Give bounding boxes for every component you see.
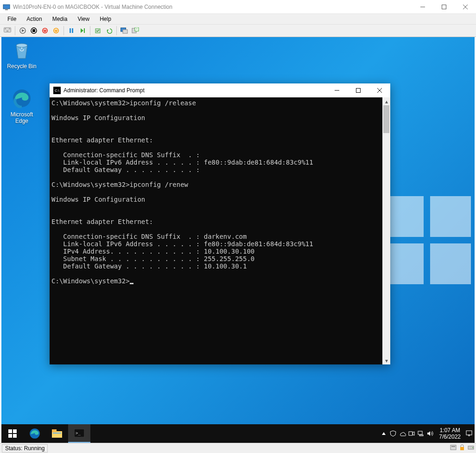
toolbar-separator bbox=[90, 26, 90, 35]
svg-rect-34 bbox=[356, 89, 361, 93]
ctrl-alt-del-button[interactable] bbox=[3, 26, 12, 35]
host-titlebar: Win10ProN-EN-0 on MAGICBOOK - Virtual Ma… bbox=[0, 0, 476, 14]
save-button[interactable] bbox=[51, 26, 61, 35]
host-maximize-button[interactable] bbox=[433, 0, 455, 14]
svg-rect-21 bbox=[72, 28, 73, 33]
taskbar-cmd-button[interactable]: >_ bbox=[68, 424, 90, 443]
svg-rect-0 bbox=[3, 5, 10, 9]
toolbar-separator bbox=[15, 26, 15, 35]
tray-meet-now-icon[interactable] bbox=[407, 424, 416, 443]
svg-point-31 bbox=[16, 44, 27, 47]
svg-rect-44 bbox=[53, 433, 61, 434]
svg-rect-27 bbox=[123, 30, 127, 33]
host-title: Win10ProN-EN-0 on MAGICBOOK - Virtual Ma… bbox=[13, 4, 412, 10]
svg-marker-49 bbox=[413, 432, 414, 435]
svg-rect-55 bbox=[451, 445, 456, 450]
svg-rect-20 bbox=[70, 28, 71, 33]
guest-taskbar: >_ 1:07 AM 7/6/2022 bbox=[1, 424, 475, 443]
svg-rect-40 bbox=[13, 434, 17, 438]
cmd-scrollbar[interactable]: ▴ ▾ bbox=[382, 97, 390, 364]
svg-rect-53 bbox=[466, 431, 472, 435]
desktop-icon-label: Recycle Bin bbox=[4, 63, 39, 70]
desktop-icon-label: Microsoft Edge bbox=[4, 111, 39, 124]
vm-display: Recycle Bin Microsoft Edge C:\ Administr… bbox=[0, 37, 476, 443]
svg-rect-1 bbox=[5, 9, 8, 10]
clock-date: 7/6/2022 bbox=[439, 434, 461, 440]
svg-rect-7 bbox=[5, 28, 6, 29]
cmd-window: C:\ Administrator: Command Prompt C:\Win… bbox=[50, 83, 390, 364]
start-button[interactable] bbox=[18, 26, 27, 35]
svg-rect-37 bbox=[8, 429, 12, 433]
svg-rect-13 bbox=[32, 29, 35, 32]
scroll-thumb[interactable] bbox=[383, 105, 389, 133]
taskbar-edge-button[interactable] bbox=[24, 424, 46, 443]
host-close-button[interactable] bbox=[455, 0, 476, 14]
svg-rect-9 bbox=[6, 31, 8, 32]
taskbar-explorer-button[interactable] bbox=[46, 424, 68, 443]
enhanced-session-button[interactable] bbox=[120, 26, 129, 35]
desktop-icon-microsoft-edge[interactable]: Microsoft Edge bbox=[4, 87, 39, 124]
svg-rect-8 bbox=[9, 28, 10, 29]
status-disk-icon bbox=[450, 444, 457, 452]
svg-rect-51 bbox=[419, 435, 423, 436]
menu-file[interactable]: File bbox=[3, 15, 21, 23]
svg-rect-57 bbox=[460, 447, 464, 450]
host-toolbar: + bbox=[0, 24, 476, 37]
guest-desktop[interactable]: Recycle Bin Microsoft Edge C:\ Administr… bbox=[1, 37, 475, 443]
start-menu-button[interactable] bbox=[1, 424, 24, 443]
pause-button[interactable] bbox=[67, 26, 76, 35]
host-menubar: File Action Media View Help bbox=[0, 14, 476, 24]
tray-onedrive-icon[interactable] bbox=[398, 424, 406, 443]
tray-volume-icon[interactable] bbox=[426, 424, 434, 443]
revert-button[interactable] bbox=[104, 26, 114, 35]
turn-off-button[interactable] bbox=[29, 26, 38, 35]
checkpoint-button[interactable] bbox=[93, 26, 102, 35]
scroll-up-icon[interactable]: ▴ bbox=[382, 97, 390, 105]
status-lock-icon bbox=[459, 444, 465, 452]
menu-media[interactable]: Media bbox=[48, 15, 72, 23]
cmd-terminal-output[interactable]: C:\Windows\system32>ipconfig /release Wi… bbox=[50, 97, 382, 364]
svg-rect-50 bbox=[418, 431, 422, 434]
menu-help[interactable]: Help bbox=[95, 15, 116, 23]
tray-overflow-icon[interactable] bbox=[380, 424, 388, 443]
svg-point-59 bbox=[472, 447, 473, 448]
shutdown-button[interactable] bbox=[40, 26, 50, 35]
vm-app-icon bbox=[3, 3, 10, 11]
svg-marker-54 bbox=[468, 435, 470, 436]
svg-rect-38 bbox=[13, 429, 17, 433]
desktop-icon-recycle-bin[interactable]: Recycle Bin bbox=[4, 39, 39, 70]
cmd-title-text: Administrator: Command Prompt bbox=[63, 87, 145, 94]
svg-rect-42 bbox=[52, 431, 62, 438]
clock-time: 1:07 AM bbox=[439, 427, 461, 434]
cmd-app-icon: C:\ bbox=[53, 87, 61, 94]
tray-security-icon[interactable] bbox=[389, 424, 397, 443]
edge-icon bbox=[11, 87, 33, 109]
svg-rect-56 bbox=[451, 446, 455, 447]
svg-text:>_: >_ bbox=[76, 431, 81, 435]
toolbar-separator bbox=[116, 26, 117, 35]
cmd-close-button[interactable] bbox=[369, 83, 390, 97]
tray-clock[interactable]: 1:07 AM 7/6/2022 bbox=[435, 427, 464, 440]
svg-marker-22 bbox=[81, 28, 83, 33]
svg-rect-23 bbox=[84, 28, 85, 33]
status-text: Status: Running bbox=[2, 444, 48, 453]
toolbar-separator bbox=[63, 26, 64, 35]
tray-network-icon[interactable] bbox=[417, 424, 425, 443]
host-statusbar: Status: Running bbox=[0, 443, 476, 453]
svg-marker-47 bbox=[382, 432, 386, 435]
menu-view[interactable]: View bbox=[73, 15, 94, 23]
host-minimize-button[interactable] bbox=[412, 0, 433, 14]
cmd-maximize-button[interactable] bbox=[348, 83, 369, 97]
cmd-titlebar[interactable]: C:\ Administrator: Command Prompt bbox=[50, 83, 390, 97]
scroll-down-icon[interactable]: ▾ bbox=[382, 357, 390, 364]
tray-notifications-icon[interactable] bbox=[465, 424, 473, 443]
svg-text:+: + bbox=[136, 27, 138, 31]
svg-marker-11 bbox=[22, 29, 25, 32]
share-button[interactable]: + bbox=[131, 26, 140, 35]
reset-button[interactable] bbox=[78, 26, 87, 35]
menu-action[interactable]: Action bbox=[22, 15, 46, 23]
svg-rect-3 bbox=[442, 5, 446, 9]
cmd-minimize-button[interactable] bbox=[326, 83, 348, 97]
recycle-bin-icon bbox=[11, 39, 33, 61]
svg-marker-52 bbox=[427, 431, 430, 436]
